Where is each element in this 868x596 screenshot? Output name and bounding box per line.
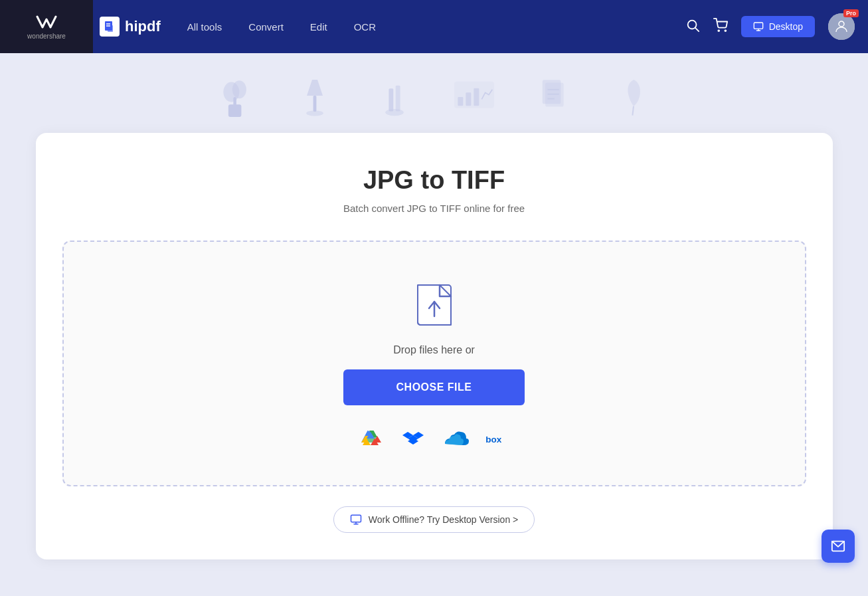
page-subtitle: Batch convert JPG to TIFF online for fre… <box>62 203 806 214</box>
nav-links: All tools Convert Edit OCR <box>187 21 685 33</box>
nav-ocr[interactable]: OCR <box>354 21 376 33</box>
svg-point-7 <box>725 30 726 31</box>
desktop-button[interactable]: Desktop <box>741 16 815 37</box>
nav-edit[interactable]: Edit <box>310 21 327 33</box>
hipdf-logo[interactable]: hipdf <box>100 17 161 37</box>
navbar: wondershare hipdf All tools Convert Edit… <box>0 0 868 53</box>
nav-actions: Desktop Pro <box>685 13 855 40</box>
hero-banner <box>0 53 868 120</box>
cloud-icons: box <box>357 425 511 452</box>
pro-badge: Pro <box>843 9 859 17</box>
svg-point-13 <box>232 80 246 98</box>
google-drive-button[interactable] <box>357 425 384 452</box>
avatar-image <box>828 13 855 40</box>
float-mail-button[interactable] <box>822 530 855 563</box>
hipdf-icon <box>100 17 120 37</box>
svg-point-21 <box>385 109 403 116</box>
converter-card: JPG to TIFF Batch convert JPG to TIFF on… <box>36 133 833 559</box>
desktop-btn-label: Desktop <box>769 21 803 32</box>
svg-point-6 <box>718 30 719 31</box>
svg-rect-25 <box>474 88 479 106</box>
wondershare-brand[interactable]: wondershare <box>0 0 93 53</box>
hero-doc-icon <box>534 77 574 120</box>
desktop-offline-btn[interactable]: Work Offline? Try Desktop Version > <box>333 506 535 533</box>
hero-lamp-icon <box>295 77 335 120</box>
search-button[interactable] <box>685 18 700 36</box>
onedrive-button[interactable] <box>442 425 469 452</box>
svg-text:box: box <box>485 435 502 445</box>
svg-rect-17 <box>313 96 316 112</box>
svg-rect-24 <box>466 92 471 106</box>
svg-rect-19 <box>389 88 393 111</box>
svg-line-31 <box>632 106 634 116</box>
svg-point-18 <box>306 110 323 116</box>
hero-pens-icon <box>375 77 414 120</box>
svg-marker-16 <box>307 80 323 96</box>
drop-zone[interactable]: Drop files here or CHOOSE FILE <box>62 241 806 486</box>
user-avatar[interactable]: Pro <box>828 13 855 40</box>
main-content: JPG to TIFF Batch convert JPG to TIFF on… <box>0 120 868 586</box>
choose-file-button[interactable]: CHOOSE FILE <box>343 369 525 405</box>
page-title: JPG to TIFF <box>62 166 806 195</box>
svg-rect-20 <box>395 86 400 112</box>
dropbox-button[interactable] <box>400 425 426 452</box>
hero-chart-icon <box>454 77 494 120</box>
svg-rect-37 <box>351 515 361 522</box>
nav-all-tools[interactable]: All tools <box>187 21 222 33</box>
desktop-banner: Work Offline? Try Desktop Version > <box>62 506 806 533</box>
svg-rect-8 <box>754 23 762 29</box>
svg-rect-15 <box>228 104 241 117</box>
svg-point-11 <box>839 21 844 27</box>
desktop-offline-text: Work Offline? Try Desktop Version > <box>369 514 519 525</box>
upload-icon <box>414 282 454 331</box>
hero-plant-icon <box>215 77 255 120</box>
cart-button[interactable] <box>713 18 728 36</box>
svg-rect-23 <box>458 97 463 106</box>
hero-quill-icon <box>614 77 653 120</box>
nav-convert[interactable]: Convert <box>248 21 284 33</box>
box-button[interactable]: box <box>485 425 511 452</box>
svg-line-5 <box>695 28 699 31</box>
drop-text: Drop files here or <box>393 344 475 356</box>
wondershare-label: wondershare <box>27 33 66 40</box>
hipdf-label: hipdf <box>125 18 161 35</box>
